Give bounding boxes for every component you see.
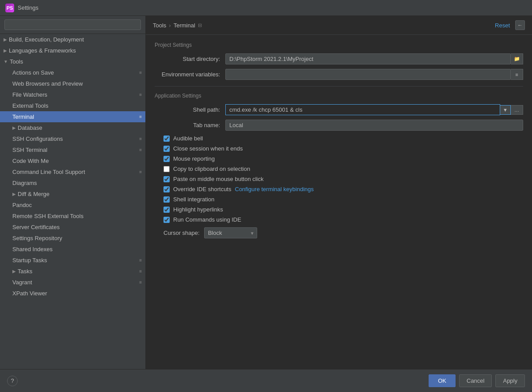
sidebar-section: ▶ Build, Execution, Deployment ▶ Languag… (0, 34, 145, 299)
search-input[interactable] (4, 19, 141, 30)
start-directory-input[interactable] (225, 53, 511, 64)
env-variables-label: Environment variables: (155, 71, 225, 78)
reset-button[interactable]: Reset (493, 21, 512, 30)
shell-path-label: Shell path: (155, 106, 225, 113)
shell-path-browse-btn[interactable]: … (511, 105, 523, 115)
sidebar-item-pandoc[interactable]: Pandoc (0, 200, 145, 211)
env-variables-browse-btn[interactable]: ≡ (511, 69, 523, 80)
sidebar-item-tasks[interactable]: ▶ Tasks ≡ (0, 266, 145, 277)
paste-middle-mouse-checkbox[interactable] (163, 176, 170, 182)
content-area: Tools › Terminal ⊟ Reset ← Project Setti… (146, 16, 532, 369)
window-title: Settings (18, 4, 38, 11)
copy-to-clipboard-label: Copy to clipboard on selection (173, 166, 250, 172)
env-variables-input[interactable] (225, 69, 511, 80)
help-button[interactable]: ? (7, 376, 18, 386)
sidebar-item-web-browsers[interactable]: Web Browsers and Preview (0, 78, 145, 89)
main-container: 🔍 ▶ Build, Execution, Deployment ▶ Langu… (0, 16, 532, 369)
sidebar-item-label: Shared Indexes (12, 246, 53, 253)
sidebar-item-xpath-viewer[interactable]: XPath Viewer (0, 288, 145, 299)
override-ide-shortcuts-checkbox[interactable] (163, 186, 170, 192)
title-bar: PS Settings (0, 0, 532, 16)
arrow-icon: ▶ (4, 37, 7, 42)
settings-icon: ≡ (139, 280, 142, 285)
sidebar-item-command-line-tool[interactable]: Command Line Tool Support ≡ (0, 166, 145, 177)
shell-integration-label: Shell integration (173, 196, 214, 203)
sidebar-item-external-tools[interactable]: External Tools (0, 100, 145, 111)
sidebar-item-server-certificates[interactable]: Server Certificates (0, 222, 145, 233)
sidebar-item-label: XPath Viewer (12, 290, 47, 297)
settings-icon: ≡ (139, 269, 142, 274)
header-actions: Reset ← (493, 20, 525, 30)
settings-icon: ≡ (139, 114, 142, 119)
settings-icon: ≡ (139, 70, 142, 75)
sidebar-item-startup-tasks[interactable]: Startup Tasks ≡ (0, 255, 145, 266)
arrow-icon: ▶ (12, 192, 16, 196)
sidebar-item-label: File Watchers (12, 91, 47, 98)
sidebar-item-label: Diff & Merge (18, 191, 49, 197)
sidebar-item-tools[interactable]: ▼ Tools (0, 56, 145, 67)
back-button[interactable]: ← (515, 20, 525, 30)
sidebar-item-code-with-me[interactable]: Code With Me (0, 155, 145, 166)
shell-path-dropdown-btn[interactable]: ▼ (500, 105, 511, 115)
sidebar-item-label: Command Line Tool Support (12, 169, 85, 175)
close-session-checkbox[interactable] (163, 146, 170, 152)
checkbox-mouse-reporting: Mouse reporting (155, 155, 523, 162)
sidebar-item-label: Terminal (12, 113, 34, 120)
sidebar-item-settings-repository[interactable]: Settings Repository (0, 233, 145, 244)
tab-name-input[interactable] (225, 120, 523, 131)
edit-icon: ⊟ (198, 23, 202, 28)
highlight-hyperlinks-checkbox[interactable] (163, 207, 170, 213)
sidebar-item-build-execution[interactable]: ▶ Build, Execution, Deployment (0, 34, 145, 45)
sidebar-item-languages-frameworks[interactable]: ▶ Languages & Frameworks (0, 45, 145, 56)
sidebar-item-actions-on-save[interactable]: Actions on Save ≡ (0, 67, 145, 78)
sidebar-item-database[interactable]: ▶ Database (0, 122, 145, 133)
sidebar-item-remote-ssh-tools[interactable]: Remote SSH External Tools (0, 211, 145, 222)
settings-icon: ≡ (139, 258, 142, 263)
settings-icon: ≡ (139, 136, 142, 141)
cursor-shape-select[interactable]: Block Underline Beam (204, 227, 257, 238)
audible-bell-checkbox[interactable] (163, 136, 170, 142)
sidebar-item-ssh-configurations[interactable]: SSH Configurations ≡ (0, 133, 145, 144)
mouse-reporting-label: Mouse reporting (173, 155, 215, 162)
start-directory-browse-btn[interactable]: 📁 (511, 53, 523, 64)
run-commands-ide-checkbox[interactable] (163, 217, 170, 223)
sidebar-item-label: Startup Tasks (12, 257, 47, 264)
sidebar-item-label: Build, Execution, Deployment (9, 36, 84, 43)
sidebar-item-label: SSH Terminal (12, 147, 47, 153)
configure-keybindings-link[interactable]: Configure terminal keybindings (235, 186, 314, 192)
paste-middle-mouse-label: Paste on middle mouse button click (173, 176, 264, 182)
start-directory-label: Start directory: (155, 56, 225, 62)
sidebar-item-diagrams[interactable]: Diagrams (0, 177, 145, 188)
sidebar-item-shared-indexes[interactable]: Shared Indexes (0, 244, 145, 255)
cursor-shape-row: Cursor shape: Block Underline Beam ▼ (155, 227, 523, 238)
shell-integration-checkbox[interactable] (163, 196, 170, 203)
sidebar-item-terminal[interactable]: Terminal ≡ (0, 111, 145, 122)
sidebar-item-ssh-terminal[interactable]: SSH Terminal ≡ (0, 144, 145, 155)
breadcrumb-parent[interactable]: Tools (153, 22, 166, 29)
breadcrumb-separator: › (169, 22, 171, 29)
tab-name-label: Tab name: (155, 122, 225, 128)
env-variables-input-wrapper: ≡ (225, 69, 523, 80)
ok-button[interactable]: OK (429, 374, 456, 387)
checkbox-paste-middle-mouse: Paste on middle mouse button click (155, 176, 523, 182)
project-settings-title: Project Settings (155, 42, 523, 48)
close-session-label: Close session when it ends (173, 145, 243, 152)
cancel-button[interactable]: Cancel (459, 374, 492, 387)
section-divider (155, 86, 523, 87)
sidebar-item-file-watchers[interactable]: File Watchers ≡ (0, 89, 145, 100)
mouse-reporting-checkbox[interactable] (163, 156, 170, 162)
checkbox-highlight-hyperlinks: Highlight hyperlinks (155, 206, 523, 213)
sidebar-item-label: Code With Me (12, 158, 49, 164)
cursor-shape-label: Cursor shape: (163, 230, 200, 236)
apply-button[interactable]: Apply (495, 374, 525, 387)
shell-path-input[interactable] (225, 104, 500, 115)
sidebar-item-label: Web Browsers and Preview (12, 80, 83, 87)
highlight-hyperlinks-label: Highlight hyperlinks (173, 206, 223, 213)
sidebar: 🔍 ▶ Build, Execution, Deployment ▶ Langu… (0, 16, 146, 369)
sidebar-item-vagrant[interactable]: Vagrant ≡ (0, 277, 145, 288)
copy-to-clipboard-checkbox[interactable] (163, 166, 170, 172)
sidebar-item-diff-merge[interactable]: ▶ Diff & Merge (0, 188, 145, 200)
arrow-icon: ▼ (4, 59, 8, 64)
start-directory-row: Start directory: 📁 (155, 53, 523, 64)
override-ide-shortcuts-label: Override IDE shortcuts (173, 186, 232, 192)
